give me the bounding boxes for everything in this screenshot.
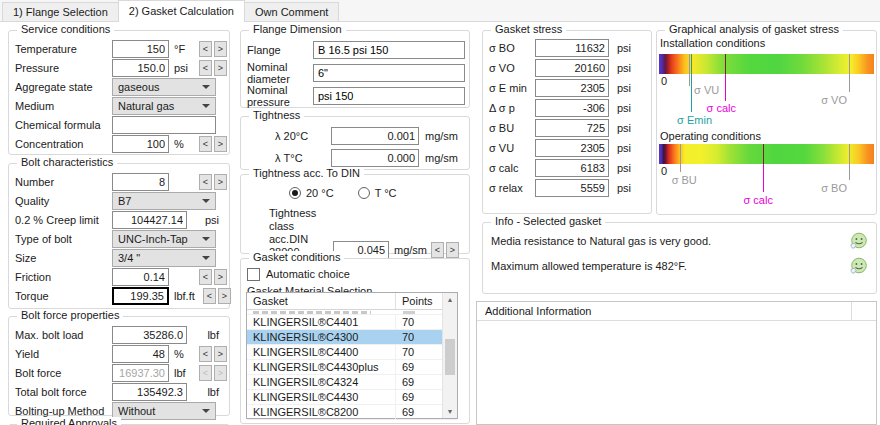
pressure-stepper: <> (199, 60, 227, 76)
spin-decrement-button[interactable]: < (199, 41, 212, 57)
size-select[interactable]: 3/4 " (112, 249, 216, 267)
delta-sigma-p-input[interactable] (535, 99, 609, 117)
spin-increment-button[interactable]: > (446, 242, 459, 258)
creep-limit-input[interactable] (112, 211, 187, 229)
aggregate-state-row: Aggregate state gaseous (15, 78, 223, 95)
gasket-column-header[interactable]: Gasket (247, 293, 396, 309)
gasket-material-table: Gasket Points KLINGERSIL®C4401 70 KLINGE… (246, 292, 458, 419)
tab-own-comment[interactable]: Own Comment (244, 2, 339, 21)
checkbox-unchecked-icon[interactable] (247, 268, 260, 281)
spin-increment-button[interactable]: > (214, 60, 227, 76)
sigma-vo-input[interactable] (535, 59, 609, 77)
chevron-down-icon (202, 85, 210, 89)
lambda-t-input[interactable] (331, 149, 419, 167)
max-bolt-load-input[interactable] (112, 326, 187, 344)
lambda-t-unit: mg/sm (419, 152, 458, 164)
chemical-formula-input[interactable] (112, 116, 216, 134)
spin-decrement-button[interactable]: < (199, 269, 212, 285)
tightness-title: Tightness (249, 109, 304, 121)
sigma-vu-input[interactable] (535, 139, 609, 157)
tightness-class-stepper: <> (431, 242, 459, 258)
lambda-t-label: λ T°C (247, 152, 331, 164)
spin-increment-button[interactable]: > (214, 269, 227, 285)
friction-input[interactable] (112, 268, 169, 286)
sigma-relax-input[interactable] (535, 179, 609, 197)
spin-decrement-button[interactable]: < (199, 346, 212, 362)
quality-select[interactable]: B7 (112, 192, 216, 210)
spin-decrement-button[interactable]: < (199, 60, 212, 76)
aggregate-state-select[interactable]: gaseous (112, 78, 216, 96)
table-row[interactable]: KLINGERSIL®C4430plus 69 (247, 360, 457, 375)
number-input[interactable] (112, 173, 169, 191)
table-row[interactable]: KLINGERSIL®C4401 70 (247, 315, 457, 330)
sigma-emin-input[interactable] (535, 79, 609, 97)
spin-increment-button[interactable]: > (218, 288, 231, 304)
table-scrollbar[interactable]: ▲ ▼ (442, 293, 457, 418)
torque-input[interactable] (112, 287, 169, 305)
lambda-20-row: λ 20°C mg/sm (247, 127, 463, 145)
sigma-bo-input[interactable] (535, 39, 609, 57)
tab-gasket-calculation[interactable]: 2) Gasket Calculation (118, 0, 245, 22)
pressure-row: Pressure psi <> (15, 59, 223, 76)
chevron-down-icon (202, 256, 210, 260)
max-bolt-load-unit: lbf (202, 329, 223, 341)
spin-decrement-button[interactable]: < (199, 136, 212, 152)
sigma-emin-row: σ E min psi (489, 80, 645, 96)
spin-increment-button[interactable]: > (214, 136, 227, 152)
sigma-bu-input[interactable] (535, 119, 609, 137)
medium-label: Medium (15, 100, 112, 112)
sigma-calc-input[interactable] (535, 159, 609, 177)
additional-information-header[interactable]: Additional Information (477, 302, 876, 321)
radio-20c[interactable]: 20 °C (289, 187, 334, 199)
temperature-input[interactable] (112, 40, 169, 58)
friction-row: Friction <> (15, 268, 223, 285)
table-row[interactable]: KLINGERSIL®C4430 69 (247, 390, 457, 405)
lambda-20-input[interactable] (331, 127, 419, 145)
pressure-input[interactable] (112, 59, 169, 77)
chevron-down-icon (202, 409, 210, 413)
concentration-input[interactable] (112, 135, 169, 153)
bolting-up-method-select[interactable]: Without (112, 402, 216, 420)
concentration-label: Concentration (15, 138, 112, 150)
temperature-mode-radios: 20 °C T °C (289, 186, 469, 200)
automatic-choice-row[interactable]: Automatic choice (247, 267, 463, 281)
partially-scrolled-row[interactable] (247, 310, 457, 315)
scroll-down-icon[interactable]: ▼ (443, 405, 457, 418)
creep-limit-row: 0.2 % Creep limit psi (15, 211, 223, 228)
sigma-vo-marker-label: σ VO (821, 94, 847, 106)
spin-decrement-button[interactable]: < (203, 288, 216, 304)
sigma-calc-marker-label: σ calc (707, 102, 736, 114)
table-row-selected[interactable]: KLINGERSIL®C4300 70 (247, 330, 457, 345)
yield-input[interactable] (112, 345, 169, 363)
spin-increment-button[interactable]: > (214, 174, 227, 190)
table-row[interactable]: KLINGERSIL®C8200 69 (247, 405, 457, 420)
points-column-header[interactable]: Points (396, 293, 433, 309)
spin-increment-button[interactable]: > (214, 41, 227, 57)
bolt-force-row: Bolt force lbf <> (15, 364, 223, 381)
scrollbar-thumb[interactable] (445, 339, 455, 375)
tab-strip: 1) Flange Selection 2) Gasket Calculatio… (0, 0, 880, 22)
type-of-bolt-label: Type of bolt (15, 233, 112, 245)
zero-label: 0 (661, 75, 667, 87)
spin-decrement-button[interactable]: < (431, 242, 444, 258)
nominal-pressure-row: Nominal pressure (247, 87, 463, 105)
sigma-bo-marker-label: σ BO (821, 182, 847, 194)
nominal-pressure-input[interactable] (313, 87, 465, 105)
flange-input[interactable] (313, 41, 465, 59)
flange-label: Flange (247, 44, 313, 56)
spin-increment-button[interactable]: > (214, 346, 227, 362)
radio-unselected-icon (358, 187, 370, 199)
table-row[interactable]: KLINGERSIL®C4324 69 (247, 375, 457, 390)
spin-decrement-button[interactable]: < (199, 174, 212, 190)
radio-tc[interactable]: T °C (358, 187, 397, 199)
tab-flange-selection[interactable]: 1) Flange Selection (2, 2, 119, 21)
type-of-bolt-select[interactable]: UNC-Inch-Tap (112, 230, 216, 248)
total-bolt-force-row: Total bolt force lbf (15, 383, 223, 400)
nominal-diameter-input[interactable] (313, 64, 465, 82)
medium-select[interactable]: Natural gas (112, 97, 216, 115)
total-bolt-force-input[interactable] (112, 383, 187, 401)
scroll-up-icon[interactable]: ▲ (443, 293, 457, 306)
flange-dimension-title: Flange Dimension (249, 23, 346, 35)
total-bolt-force-unit: lbf (202, 386, 223, 398)
table-row[interactable]: KLINGERSIL®C4400 70 (247, 345, 457, 360)
